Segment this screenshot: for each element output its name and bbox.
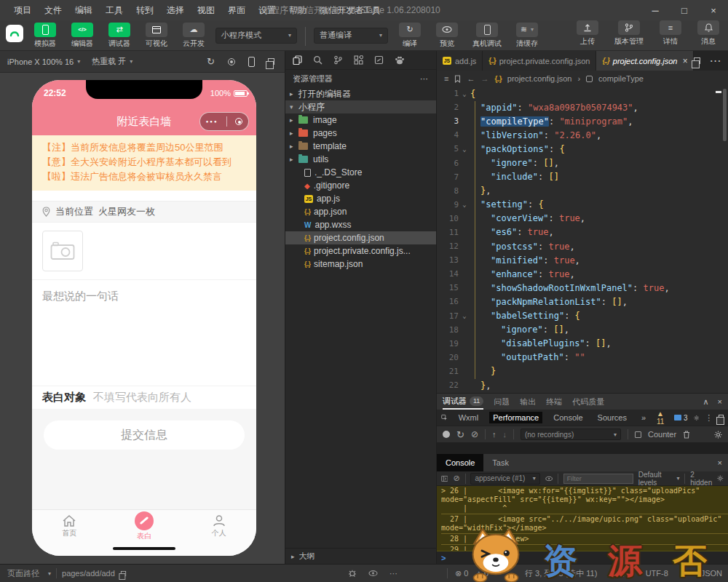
statusbar-item[interactable]: JSON xyxy=(701,569,722,578)
context-select[interactable]: appservice (#1)▾ xyxy=(470,473,539,485)
code-line[interactable]: 6"ignore": [], xyxy=(437,156,728,170)
tab-home[interactable]: 首页 xyxy=(32,510,107,543)
breadcrumb-file[interactable]: project.config.json xyxy=(507,74,572,83)
reload-icon[interactable]: ↻ xyxy=(456,429,464,440)
menu-item[interactable]: 选择 xyxy=(160,4,191,17)
message-textarea[interactable]: 最想说的一句话 xyxy=(32,279,256,386)
rotate-icon[interactable]: ↻ xyxy=(207,56,215,67)
fold-icon[interactable]: ⌄ xyxy=(459,90,470,97)
code-line[interactable]: 18"ignore": [], xyxy=(437,323,728,337)
outline-toggle-icon[interactable]: ≡ xyxy=(444,74,448,83)
console-entry[interactable]: 29 | xyxy=(441,545,728,551)
tree-section[interactable]: ▸打开的编辑器 xyxy=(285,87,436,100)
bug-icon[interactable] xyxy=(348,569,357,578)
menu-item[interactable]: 界面 xyxy=(221,4,252,17)
tree-item[interactable]: Wapp.wxss xyxy=(285,218,436,231)
code-line[interactable]: 15"showShadowRootInWxmlPanel": true, xyxy=(437,281,728,295)
fold-icon[interactable]: ⌄ xyxy=(459,146,470,153)
code-line[interactable]: 7"include": [] xyxy=(437,170,728,184)
device-debug-button[interactable]: 真机调试 xyxy=(469,23,505,49)
device-select[interactable]: iPhone X 100% 16 xyxy=(0,57,74,66)
add-photo-button[interactable] xyxy=(42,231,83,271)
more-icon[interactable]: ⋯ xyxy=(389,569,398,578)
code-line[interactable]: 3"compileType": "miniprogram", xyxy=(437,114,728,128)
phone-simulator[interactable]: 22:52 100% 附近表白墙 ●●● 【注】当前所发信息将覆盖周边50公里范… xyxy=(32,80,256,556)
levels-select[interactable]: Default levels▾ xyxy=(638,471,680,487)
location-row[interactable]: 当前位置 火星网友一枚 xyxy=(32,201,256,223)
fold-icon[interactable]: ⌄ xyxy=(459,201,470,208)
outline-section[interactable]: ▸ 大纲 xyxy=(285,548,436,564)
files-icon[interactable] xyxy=(293,55,302,65)
console-prompt[interactable]: > xyxy=(437,551,728,564)
more-icon[interactable]: ●●● xyxy=(205,119,218,124)
counter-checkbox[interactable] xyxy=(635,431,641,438)
menu-item[interactable]: 文件 xyxy=(38,4,68,17)
minimize-button[interactable]: ─ xyxy=(641,0,670,20)
device-frame-icon[interactable] xyxy=(248,57,255,67)
close-button[interactable]: × xyxy=(699,0,728,20)
submit-button[interactable]: 提交信息 xyxy=(44,420,245,450)
extensions-icon[interactable] xyxy=(354,55,363,65)
menu-item[interactable]: 项目 xyxy=(7,4,38,17)
statusbar-item[interactable]: 行 3, 列 15 (选中 11) xyxy=(525,568,597,579)
tab-add-js[interactable]: JS add.js xyxy=(437,51,483,71)
more-tabs-icon[interactable]: » xyxy=(638,412,649,423)
target-row[interactable]: 表白对象 不填写代表向所有人 xyxy=(32,386,256,409)
code-line[interactable]: 4"libVersion": "2.26.0", xyxy=(437,128,728,142)
debugger-button[interactable]: ⇄ 调试器 xyxy=(104,23,135,49)
tree-section[interactable]: ▾小程序 xyxy=(285,100,436,113)
clear-cache-button[interactable]: ≋▾ 清缓存 xyxy=(512,23,542,49)
split-editor-icon[interactable] xyxy=(694,57,700,64)
code-line[interactable]: 5⌄"packOptions": { xyxy=(437,142,728,156)
code-line[interactable]: 2"appid": "wxa8a0987b05074943", xyxy=(437,100,728,114)
forward-icon[interactable]: → xyxy=(480,74,488,83)
tree-item[interactable]: ._.DS_Store xyxy=(285,166,436,179)
devtools-logo[interactable] xyxy=(6,25,23,42)
record-button[interactable] xyxy=(443,431,450,438)
tab-output[interactable]: 输出 xyxy=(520,394,536,410)
menu-item[interactable]: 工具 xyxy=(99,4,130,17)
tab-debugger[interactable]: 调试器 11 xyxy=(443,394,483,410)
editor-button[interactable]: </> 编辑器 xyxy=(67,23,98,49)
tab-console[interactable]: Console xyxy=(437,454,483,471)
message-count[interactable]: 3 xyxy=(674,414,688,422)
recordings-select[interactable]: (no recordings)▾ xyxy=(521,428,621,440)
capsule-menu[interactable]: ●●● xyxy=(199,112,249,131)
close-console-icon[interactable]: × xyxy=(718,454,728,471)
tab-performance[interactable]: Performance xyxy=(489,412,542,423)
home-indicator[interactable] xyxy=(113,547,175,550)
compile-button[interactable]: ↻ 编译 xyxy=(395,23,425,49)
message-button[interactable]: 消息 xyxy=(693,20,724,47)
fold-icon[interactable]: ⌄ xyxy=(459,312,470,319)
more-actions-icon[interactable]: ⋯ xyxy=(420,74,429,84)
code-line[interactable]: 22}, xyxy=(437,378,728,392)
copy-icon[interactable] xyxy=(121,570,126,575)
tree-item[interactable]: ▸template xyxy=(285,140,436,153)
tab-task[interactable]: Task xyxy=(483,454,518,471)
hot-reload-toggle[interactable]: 热重载 开 xyxy=(80,56,126,67)
compile-mode-select[interactable]: 普通编译▾ xyxy=(314,28,388,44)
clear-console-icon[interactable]: ⊘ xyxy=(453,474,459,483)
code-line[interactable]: 12"postcss": true, xyxy=(437,239,728,253)
detail-button[interactable]: ≡ 详情 xyxy=(655,20,686,47)
back-icon[interactable]: ← xyxy=(467,74,475,83)
tree-item[interactable]: ▸utils xyxy=(285,153,436,166)
popout-icon[interactable] xyxy=(268,58,274,65)
menu-item[interactable]: 转到 xyxy=(130,4,160,17)
page-path-value[interactable]: pages/add/add xyxy=(62,569,115,578)
code-line[interactable]: 17⌄"babelSetting": { xyxy=(437,309,728,323)
editor-more-icon[interactable]: ⋯ xyxy=(709,54,721,68)
visual-button[interactable]: 可视化 xyxy=(141,23,172,49)
statusbar-item[interactable]: 空格: 2 xyxy=(609,568,633,579)
code-line[interactable]: 10"coverView": true, xyxy=(437,212,728,226)
tab-console[interactable]: Console xyxy=(550,412,586,423)
editor-scrollbar[interactable] xyxy=(723,89,727,141)
collapse-panel-icon[interactable]: ∧ xyxy=(703,397,709,407)
record-icon[interactable] xyxy=(228,58,235,65)
console-output[interactable]: > 26 | <image wx:for="{{imglist}}" class… xyxy=(437,486,728,551)
eye-icon[interactable] xyxy=(545,476,553,482)
tree-item[interactable]: ▸image xyxy=(285,113,436,127)
upload-button[interactable]: 上传 xyxy=(572,20,603,47)
code-line[interactable]: 19"disablePlugins": [], xyxy=(437,337,728,351)
code-line[interactable]: 8}, xyxy=(437,184,728,198)
